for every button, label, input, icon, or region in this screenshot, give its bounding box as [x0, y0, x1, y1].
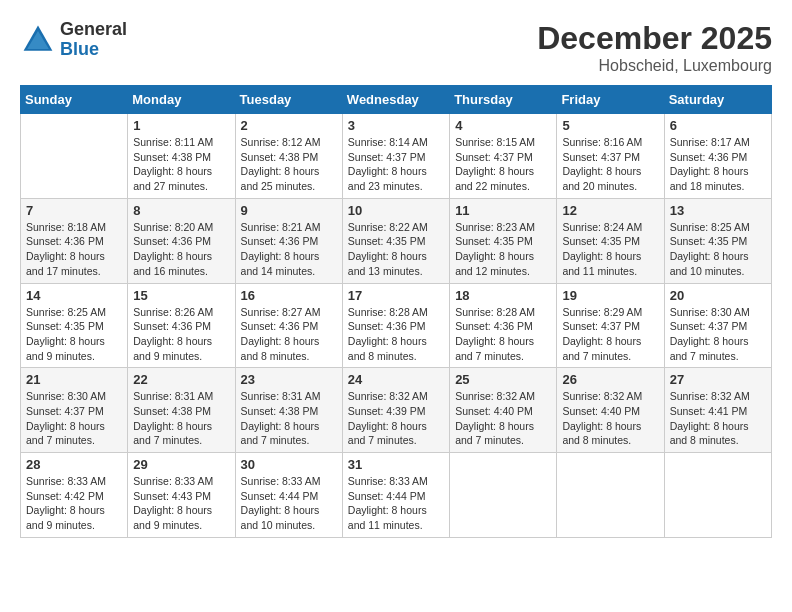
day-number: 1: [133, 118, 229, 133]
sunrise-text: Sunrise: 8:32 AM: [670, 390, 750, 402]
calendar-cell: [450, 453, 557, 538]
day-number: 22: [133, 372, 229, 387]
day-info: Sunrise: 8:32 AM Sunset: 4:39 PM Dayligh…: [348, 389, 444, 448]
month-year: December 2025: [537, 20, 772, 57]
sunset-text: Sunset: 4:35 PM: [348, 235, 426, 247]
sunrise-text: Sunrise: 8:33 AM: [241, 475, 321, 487]
daylight-text: Daylight: 8 hours and 8 minutes.: [348, 335, 427, 362]
week-row-4: 21 Sunrise: 8:30 AM Sunset: 4:37 PM Dayl…: [21, 368, 772, 453]
day-number: 25: [455, 372, 551, 387]
header-thursday: Thursday: [450, 86, 557, 114]
calendar-cell: 28 Sunrise: 8:33 AM Sunset: 4:42 PM Dayl…: [21, 453, 128, 538]
calendar-table: Sunday Monday Tuesday Wednesday Thursday…: [20, 85, 772, 538]
sunrise-text: Sunrise: 8:21 AM: [241, 221, 321, 233]
sunrise-text: Sunrise: 8:30 AM: [26, 390, 106, 402]
week-row-3: 14 Sunrise: 8:25 AM Sunset: 4:35 PM Dayl…: [21, 283, 772, 368]
sunset-text: Sunset: 4:37 PM: [348, 151, 426, 163]
day-info: Sunrise: 8:28 AM Sunset: 4:36 PM Dayligh…: [348, 305, 444, 364]
logo-blue: Blue: [60, 39, 99, 59]
sunrise-text: Sunrise: 8:22 AM: [348, 221, 428, 233]
header-wednesday: Wednesday: [342, 86, 449, 114]
day-number: 21: [26, 372, 122, 387]
daylight-text: Daylight: 8 hours and 10 minutes.: [670, 250, 749, 277]
day-info: Sunrise: 8:22 AM Sunset: 4:35 PM Dayligh…: [348, 220, 444, 279]
day-info: Sunrise: 8:12 AM Sunset: 4:38 PM Dayligh…: [241, 135, 337, 194]
sunset-text: Sunset: 4:37 PM: [26, 405, 104, 417]
day-info: Sunrise: 8:18 AM Sunset: 4:36 PM Dayligh…: [26, 220, 122, 279]
sunset-text: Sunset: 4:36 PM: [241, 320, 319, 332]
calendar-cell: 31 Sunrise: 8:33 AM Sunset: 4:44 PM Dayl…: [342, 453, 449, 538]
day-info: Sunrise: 8:32 AM Sunset: 4:40 PM Dayligh…: [455, 389, 551, 448]
calendar-cell: 15 Sunrise: 8:26 AM Sunset: 4:36 PM Dayl…: [128, 283, 235, 368]
day-info: Sunrise: 8:25 AM Sunset: 4:35 PM Dayligh…: [670, 220, 766, 279]
day-number: 28: [26, 457, 122, 472]
day-number: 7: [26, 203, 122, 218]
location: Hobscheid, Luxembourg: [537, 57, 772, 75]
calendar-cell: 5 Sunrise: 8:16 AM Sunset: 4:37 PM Dayli…: [557, 114, 664, 199]
daylight-text: Daylight: 8 hours and 12 minutes.: [455, 250, 534, 277]
sunrise-text: Sunrise: 8:28 AM: [455, 306, 535, 318]
sunrise-text: Sunrise: 8:33 AM: [26, 475, 106, 487]
calendar-cell: 23 Sunrise: 8:31 AM Sunset: 4:38 PM Dayl…: [235, 368, 342, 453]
daylight-text: Daylight: 8 hours and 13 minutes.: [348, 250, 427, 277]
day-number: 8: [133, 203, 229, 218]
day-number: 26: [562, 372, 658, 387]
day-info: Sunrise: 8:11 AM Sunset: 4:38 PM Dayligh…: [133, 135, 229, 194]
day-number: 15: [133, 288, 229, 303]
daylight-text: Daylight: 8 hours and 7 minutes.: [455, 335, 534, 362]
daylight-text: Daylight: 8 hours and 17 minutes.: [26, 250, 105, 277]
daylight-text: Daylight: 8 hours and 9 minutes.: [26, 335, 105, 362]
sunrise-text: Sunrise: 8:25 AM: [670, 221, 750, 233]
sunrise-text: Sunrise: 8:29 AM: [562, 306, 642, 318]
daylight-text: Daylight: 8 hours and 22 minutes.: [455, 165, 534, 192]
sunset-text: Sunset: 4:38 PM: [133, 405, 211, 417]
daylight-text: Daylight: 8 hours and 8 minutes.: [241, 335, 320, 362]
calendar-cell: 16 Sunrise: 8:27 AM Sunset: 4:36 PM Dayl…: [235, 283, 342, 368]
sunset-text: Sunset: 4:36 PM: [133, 235, 211, 247]
day-number: 5: [562, 118, 658, 133]
day-info: Sunrise: 8:32 AM Sunset: 4:41 PM Dayligh…: [670, 389, 766, 448]
daylight-text: Daylight: 8 hours and 18 minutes.: [670, 165, 749, 192]
calendar-cell: [557, 453, 664, 538]
calendar-cell: 22 Sunrise: 8:31 AM Sunset: 4:38 PM Dayl…: [128, 368, 235, 453]
sunrise-text: Sunrise: 8:25 AM: [26, 306, 106, 318]
day-info: Sunrise: 8:29 AM Sunset: 4:37 PM Dayligh…: [562, 305, 658, 364]
day-info: Sunrise: 8:32 AM Sunset: 4:40 PM Dayligh…: [562, 389, 658, 448]
header-tuesday: Tuesday: [235, 86, 342, 114]
day-number: 2: [241, 118, 337, 133]
sunset-text: Sunset: 4:38 PM: [241, 151, 319, 163]
sunset-text: Sunset: 4:44 PM: [241, 490, 319, 502]
sunrise-text: Sunrise: 8:20 AM: [133, 221, 213, 233]
day-number: 16: [241, 288, 337, 303]
calendar-cell: 21 Sunrise: 8:30 AM Sunset: 4:37 PM Dayl…: [21, 368, 128, 453]
daylight-text: Daylight: 8 hours and 7 minutes.: [670, 335, 749, 362]
sunset-text: Sunset: 4:37 PM: [670, 320, 748, 332]
header-saturday: Saturday: [664, 86, 771, 114]
week-row-1: 1 Sunrise: 8:11 AM Sunset: 4:38 PM Dayli…: [21, 114, 772, 199]
sunset-text: Sunset: 4:42 PM: [26, 490, 104, 502]
calendar-cell: 17 Sunrise: 8:28 AM Sunset: 4:36 PM Dayl…: [342, 283, 449, 368]
sunset-text: Sunset: 4:36 PM: [133, 320, 211, 332]
calendar-cell: 26 Sunrise: 8:32 AM Sunset: 4:40 PM Dayl…: [557, 368, 664, 453]
day-number: 4: [455, 118, 551, 133]
header-friday: Friday: [557, 86, 664, 114]
sunset-text: Sunset: 4:36 PM: [26, 235, 104, 247]
day-info: Sunrise: 8:20 AM Sunset: 4:36 PM Dayligh…: [133, 220, 229, 279]
calendar-cell: 19 Sunrise: 8:29 AM Sunset: 4:37 PM Dayl…: [557, 283, 664, 368]
day-info: Sunrise: 8:21 AM Sunset: 4:36 PM Dayligh…: [241, 220, 337, 279]
calendar-cell: 14 Sunrise: 8:25 AM Sunset: 4:35 PM Dayl…: [21, 283, 128, 368]
day-number: 17: [348, 288, 444, 303]
day-number: 20: [670, 288, 766, 303]
day-info: Sunrise: 8:23 AM Sunset: 4:35 PM Dayligh…: [455, 220, 551, 279]
sunrise-text: Sunrise: 8:18 AM: [26, 221, 106, 233]
sunrise-text: Sunrise: 8:11 AM: [133, 136, 213, 148]
daylight-text: Daylight: 8 hours and 20 minutes.: [562, 165, 641, 192]
daylight-text: Daylight: 8 hours and 27 minutes.: [133, 165, 212, 192]
sunrise-text: Sunrise: 8:23 AM: [455, 221, 535, 233]
sunset-text: Sunset: 4:40 PM: [562, 405, 640, 417]
sunset-text: Sunset: 4:40 PM: [455, 405, 533, 417]
daylight-text: Daylight: 8 hours and 14 minutes.: [241, 250, 320, 277]
sunrise-text: Sunrise: 8:33 AM: [133, 475, 213, 487]
header-monday: Monday: [128, 86, 235, 114]
calendar-cell: 1 Sunrise: 8:11 AM Sunset: 4:38 PM Dayli…: [128, 114, 235, 199]
